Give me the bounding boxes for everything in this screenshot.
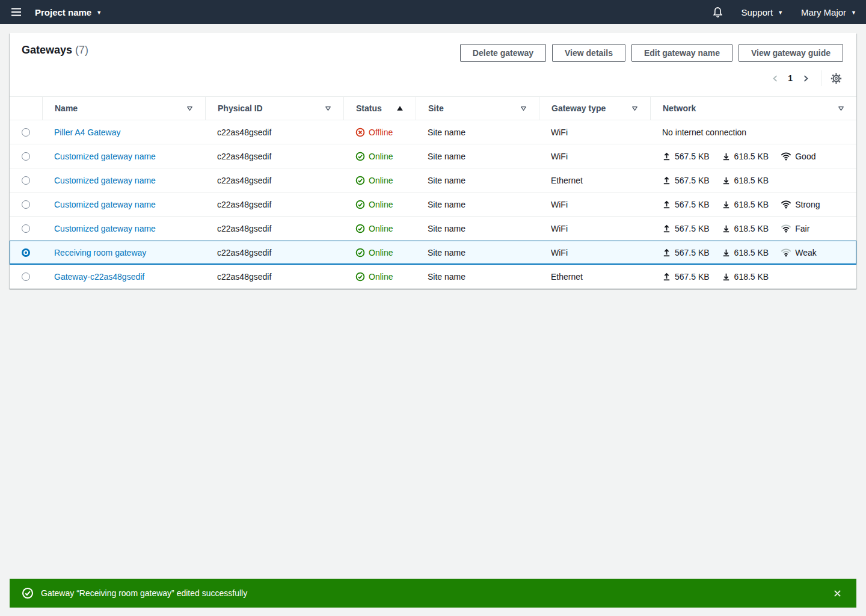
status-icon <box>355 272 365 282</box>
download-value: 618.5 KB <box>734 200 769 209</box>
download-stat: 618.5 KB <box>722 200 769 209</box>
edit-gateway-name-button[interactable]: Edit gateway name <box>631 44 732 62</box>
column-header-site[interactable]: Site <box>416 97 539 120</box>
network-cell: 567.5 KB618.5 KBWeak <box>650 241 856 264</box>
network-cell: 567.5 KB618.5 KBGood <box>650 144 856 168</box>
status-text: Online <box>369 272 393 282</box>
upload-value: 567.5 KB <box>675 248 710 257</box>
network-cell: 567.5 KB618.5 KBFair <box>650 217 856 240</box>
gateway-type-cell: Ethernet <box>539 168 650 192</box>
gateway-type-cell: WiFi <box>539 120 650 144</box>
wifi-signal-stat: Strong <box>781 200 820 209</box>
download-stat: 618.5 KB <box>722 224 769 233</box>
row-select-radio[interactable] <box>22 128 30 137</box>
status-icon <box>355 176 365 185</box>
row-select-radio[interactable] <box>22 248 30 257</box>
table-settings-gear-icon[interactable] <box>829 72 843 85</box>
view-details-button[interactable]: View details <box>552 44 625 62</box>
toast-message: Gateway “Receiving room gateway” edited … <box>41 588 247 598</box>
row-select-radio[interactable] <box>22 200 30 209</box>
sortable-icon <box>325 106 331 111</box>
table-row[interactable]: Piller A4 Gateway c22as48gsedif Offline … <box>10 120 856 144</box>
sort-ascending-icon <box>396 105 404 111</box>
gateway-type-cell: WiFi <box>539 192 650 216</box>
notifications-bell-icon[interactable] <box>712 7 723 18</box>
user-dropdown[interactable]: Mary Major ▼ <box>801 7 856 17</box>
status-cell: Online <box>343 168 416 192</box>
gateway-name-link[interactable]: Customized gateway name <box>54 152 156 161</box>
divider <box>821 70 822 86</box>
table-row[interactable]: Receiving room gateway c22as48gsedif Onl… <box>10 241 856 265</box>
wifi-icon <box>781 152 791 161</box>
row-select-radio[interactable] <box>22 273 30 281</box>
project-name-dropdown[interactable]: Project name ▼ <box>35 7 102 17</box>
column-header-physical-id[interactable]: Physical ID <box>205 97 343 120</box>
wifi-signal-label: Good <box>795 152 815 161</box>
page-number[interactable]: 1 <box>783 73 797 83</box>
upload-icon <box>662 248 671 257</box>
previous-page-button[interactable] <box>767 70 783 86</box>
support-label: Support <box>742 7 773 17</box>
hamburger-menu-icon[interactable] <box>11 7 22 17</box>
download-icon <box>722 224 731 233</box>
upload-stat: 567.5 KB <box>662 248 710 257</box>
column-header-gateway-type[interactable]: Gateway type <box>539 97 650 120</box>
delete-gateway-button[interactable]: Delete gateway <box>460 44 546 62</box>
download-stat: 618.5 KB <box>722 152 769 161</box>
table-row[interactable]: Customized gateway name c22as48gsedif On… <box>10 168 856 192</box>
chevron-down-icon: ▼ <box>851 10 856 16</box>
support-dropdown[interactable]: Support ▼ <box>742 7 783 17</box>
column-header-status[interactable]: Status <box>343 97 416 120</box>
status-cell: Online <box>343 217 416 240</box>
site-cell: Site name <box>416 120 539 144</box>
row-select-radio[interactable] <box>22 176 30 185</box>
table-row[interactable]: Customized gateway name c22as48gsedif On… <box>10 217 856 241</box>
physical-id-cell: c22as48gsedif <box>205 120 343 144</box>
physical-id-cell: c22as48gsedif <box>205 241 343 264</box>
view-gateway-guide-button[interactable]: View gateway guide <box>739 44 843 62</box>
status-cell: Online <box>343 241 416 264</box>
gateway-name-link[interactable]: Customized gateway name <box>54 224 156 233</box>
pagination: 1 <box>10 62 856 96</box>
upload-icon <box>662 176 671 185</box>
upload-icon <box>662 200 671 209</box>
wifi-signal-label: Strong <box>795 200 820 209</box>
network-message: No internet connection <box>662 128 746 137</box>
gateway-name-link[interactable]: Customized gateway name <box>54 176 156 185</box>
gateway-name-link[interactable]: Receiving room gateway <box>54 248 146 257</box>
column-header-label: Site <box>428 103 444 113</box>
physical-id-cell: c22as48gsedif <box>205 168 343 192</box>
column-header-label: Physical ID <box>218 103 263 113</box>
upload-stat: 567.5 KB <box>662 152 710 161</box>
network-cell: No internet connection <box>650 120 856 144</box>
download-value: 618.5 KB <box>734 272 769 282</box>
column-header-network[interactable]: Network <box>650 97 856 120</box>
status-cell: Online <box>343 192 416 216</box>
upload-value: 567.5 KB <box>675 272 710 282</box>
status-icon <box>355 152 365 161</box>
download-icon <box>722 248 731 257</box>
download-icon <box>722 272 731 281</box>
gateway-name-link[interactable]: Gateway-c22as48gsedif <box>54 272 144 282</box>
network-cell: 567.5 KB618.5 KBStrong <box>650 192 856 216</box>
sortable-icon <box>186 106 193 111</box>
row-select-radio[interactable] <box>22 152 30 161</box>
physical-id-cell: c22as48gsedif <box>205 192 343 216</box>
row-select-radio[interactable] <box>22 224 30 233</box>
user-name-label: Mary Major <box>801 7 846 17</box>
column-header-name[interactable]: Name <box>42 97 205 120</box>
table-row[interactable]: Gateway-c22as48gsedif c22as48gsedif Onli… <box>10 265 856 289</box>
gateway-type-cell: Ethernet <box>539 265 650 288</box>
toast-close-icon[interactable] <box>831 587 844 600</box>
site-cell: Site name <box>416 265 539 288</box>
gateway-name-link[interactable]: Customized gateway name <box>54 200 156 209</box>
network-cell: 567.5 KB618.5 KB <box>650 168 856 192</box>
wifi-signal-stat: Good <box>781 152 815 161</box>
gateway-type-cell: WiFi <box>539 241 650 264</box>
table-row[interactable]: Customized gateway name c22as48gsedif On… <box>10 192 856 217</box>
gateway-name-link[interactable]: Piller A4 Gateway <box>54 128 121 137</box>
next-page-button[interactable] <box>797 70 813 86</box>
upload-icon <box>662 272 671 281</box>
table-row[interactable]: Customized gateway name c22as48gsedif On… <box>10 144 856 168</box>
download-value: 618.5 KB <box>734 176 769 185</box>
